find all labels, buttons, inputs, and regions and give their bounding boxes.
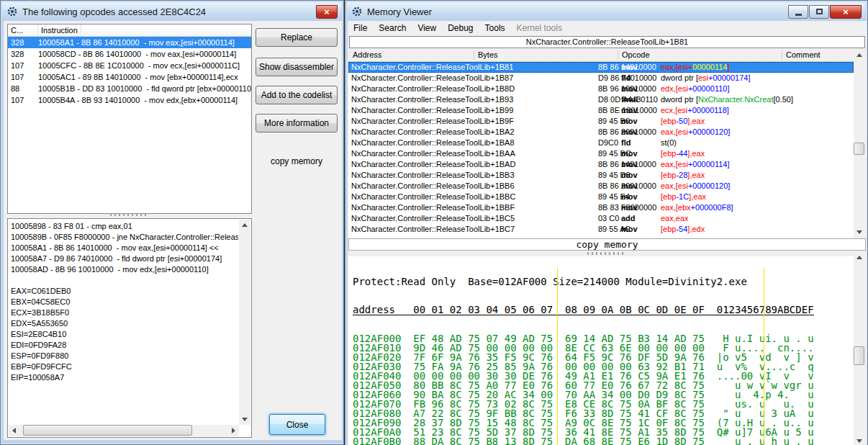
disasm-row[interactable]: NxCharacter.Controller::ReleaseToolLib+1… bbox=[348, 192, 854, 202]
disasm-address: NxCharacter.Controller::ReleaseToolLib+1… bbox=[351, 181, 515, 192]
disasm-mnemonic: fld bbox=[621, 138, 630, 148]
splitter-handle[interactable] bbox=[110, 213, 149, 216]
disasm-row[interactable]: NxCharacter.Controller::ReleaseToolLib+1… bbox=[348, 73, 854, 84]
disasm-operands: dword ptr [NxCharacter.NxCreat[0.50] bbox=[661, 94, 793, 105]
menu-file[interactable]: File bbox=[348, 22, 373, 35]
disasm-mnemonic: mov bbox=[621, 148, 638, 159]
scroll-down-icon[interactable] bbox=[856, 230, 862, 234]
column-header-address[interactable]: Address bbox=[353, 50, 381, 59]
disasm-row[interactable]: NxCharacter.Controller::ReleaseToolLib+1… bbox=[348, 62, 854, 73]
disasm-address: NxCharacter.Controller::ReleaseToolLib+1… bbox=[351, 116, 514, 127]
disasm-address: NxCharacter.Controller::ReleaseToolLib+1… bbox=[351, 105, 513, 116]
disasm-row[interactable]: NxCharacter.Controller::ReleaseToolLib+1… bbox=[348, 170, 854, 181]
disasm-row[interactable]: NxCharacter.Controller::ReleaseToolLib+1… bbox=[348, 127, 854, 138]
disasm-row[interactable]: NxCharacter.Controller::ReleaseToolLib+1… bbox=[348, 105, 854, 116]
disasm-row[interactable]: NxCharacter.Controller::ReleaseToolLib+1… bbox=[348, 94, 854, 105]
disasm-operands: dword ptr [esi+00000174] bbox=[661, 73, 750, 84]
menu-debug[interactable]: Debug bbox=[442, 22, 479, 35]
disasm-row[interactable]: NxCharacter.Controller::ReleaseToolLib+1… bbox=[348, 138, 854, 148]
ascii-group-separator-line bbox=[764, 268, 764, 445]
disasm-address: NxCharacter.Controller::ReleaseToolLib+1… bbox=[351, 73, 513, 84]
menu-kernel-tools[interactable]: Kernel tools bbox=[511, 22, 568, 35]
right-titlebar[interactable]: Memory Viewer × bbox=[347, 2, 866, 21]
column-header-instruction[interactable]: Instruction bbox=[38, 24, 81, 36]
disasm-row[interactable]: NxCharacter.Controller::ReleaseToolLib+1… bbox=[348, 213, 854, 224]
disasm-mnemonic: mov bbox=[621, 224, 638, 235]
disasm-address: NxCharacter.Controller::ReleaseToolLib+1… bbox=[351, 84, 515, 94]
disasm-operands: eax,eax bbox=[661, 213, 689, 224]
opcode-instruction: 100058A1 - 8B 86 14010000 - mov eax,[esi… bbox=[38, 37, 251, 48]
hex-scroll-thumb[interactable] bbox=[854, 346, 864, 365]
opcode-list-row[interactable]: 10710005AC1 - 89 8B 14010000 - mov [ebx+… bbox=[8, 71, 251, 83]
disasm-scroll-thumb[interactable] bbox=[854, 143, 864, 155]
minimize-window-icon[interactable] bbox=[788, 5, 808, 19]
show-disassembler-button[interactable]: Show disassembler bbox=[256, 58, 338, 76]
opcode-list[interactable]: C... Instruction 328100058A1 - 8B 86 140… bbox=[7, 24, 252, 214]
close-button[interactable]: Close bbox=[269, 414, 325, 435]
opcode-list-row[interactable]: 10710005CFC - 8B 8E 1C010000 - mov ecx,[… bbox=[8, 60, 251, 71]
hex-scrollbar[interactable] bbox=[854, 251, 866, 445]
disassembler-view[interactable]: NxCharacter.Controller::ReleaseToolLib+1… bbox=[348, 62, 854, 238]
disasm-row[interactable]: NxCharacter.Controller::ReleaseToolLib+1… bbox=[348, 116, 854, 127]
right-window-title: Memory Viewer bbox=[367, 6, 784, 17]
disasm-mnemonic: mov bbox=[621, 105, 638, 116]
opcode-access-window: The following opcodes accessed 2E8C4C24 … bbox=[0, 0, 344, 445]
scroll-down-icon[interactable] bbox=[856, 439, 862, 443]
opcode-list-row[interactable]: 328100058CD - 8B 86 14010000 - mov eax,[… bbox=[8, 48, 251, 60]
maximize-window-icon[interactable] bbox=[809, 5, 829, 19]
symbol-address-bar[interactable]: NxCharacter.Controller::ReleaseToolLib+1… bbox=[349, 36, 865, 48]
horizontal-scroll-thumb[interactable] bbox=[23, 425, 192, 436]
disasm-address: NxCharacter.Controller::ReleaseToolLib+1… bbox=[351, 138, 515, 148]
opcode-list-row[interactable]: 10710005B4A - 8B 93 14010000 - mov edx,[… bbox=[8, 94, 251, 106]
info-vertical-scrollbar[interactable] bbox=[239, 220, 250, 425]
disasm-row[interactable]: NxCharacter.Controller::ReleaseToolLib+1… bbox=[348, 148, 854, 159]
opcode-info-box[interactable]: 10005898 - 83 F8 01 - cmp eax,01 1000589… bbox=[7, 218, 252, 438]
more-information-button[interactable]: More information bbox=[256, 114, 338, 132]
hex-view[interactable]: Protect:Read Only Base=012AF000 Size=214… bbox=[348, 256, 854, 445]
menu-search[interactable]: Search bbox=[373, 22, 412, 35]
copy-memory-bar[interactable]: copy memory bbox=[348, 238, 866, 251]
disasm-operands: eax,[ebx+000000F8] bbox=[661, 202, 733, 213]
disasm-mnemonic: fld bbox=[621, 73, 630, 84]
replace-button[interactable]: Replace bbox=[256, 28, 338, 47]
hex-rows: 012AF000 EF 48 AD 75 07 49 AD 75 69 14 A… bbox=[353, 334, 854, 445]
info-horizontal-scrollbar[interactable] bbox=[9, 425, 239, 436]
opcode-list-header[interactable]: C... Instruction bbox=[8, 24, 251, 37]
close-window-icon[interactable]: × bbox=[830, 5, 862, 19]
menu-view[interactable]: View bbox=[412, 22, 442, 35]
scroll-up-icon[interactable] bbox=[242, 223, 248, 227]
column-header-bytes[interactable]: Bytes bbox=[478, 50, 498, 59]
opcode-list-row[interactable]: 8810005B1B - DD 83 10010000 - fld qword … bbox=[8, 83, 251, 94]
disasm-row[interactable]: NxCharacter.Controller::ReleaseToolLib+1… bbox=[348, 224, 854, 235]
scroll-left-icon[interactable] bbox=[12, 428, 16, 433]
right-window-client: FileSearchViewDebugToolsKernel tools NxC… bbox=[348, 21, 867, 445]
disasm-row[interactable]: NxCharacter.Controller::ReleaseToolLib+1… bbox=[348, 84, 854, 94]
column-header-comment[interactable]: Comment bbox=[786, 50, 820, 59]
menu-tools[interactable]: Tools bbox=[479, 22, 511, 35]
opcode-list-row[interactable]: 328100058A1 - 8B 86 14010000 - mov eax,[… bbox=[8, 37, 251, 48]
scroll-down-icon[interactable] bbox=[242, 418, 248, 421]
disasm-bytes: 03 C0 bbox=[598, 213, 619, 224]
close-window-icon[interactable]: × bbox=[316, 5, 338, 19]
opcode-count: 328 bbox=[8, 48, 38, 60]
disasm-row[interactable]: NxCharacter.Controller::ReleaseToolLib+1… bbox=[348, 159, 854, 170]
column-header-count[interactable]: C... bbox=[8, 24, 38, 36]
disasm-address: NxCharacter.Controller::ReleaseToolLib+1… bbox=[351, 62, 513, 73]
scroll-up-icon[interactable] bbox=[856, 256, 862, 259]
left-window-client: C... Instruction 328100058A1 - 8B 86 140… bbox=[4, 21, 342, 440]
opcode-count: 107 bbox=[8, 94, 38, 106]
disasm-row[interactable]: NxCharacter.Controller::ReleaseToolLib+1… bbox=[348, 202, 854, 213]
scroll-right-icon[interactable] bbox=[232, 428, 235, 433]
add-to-codelist-button[interactable]: Add to the codelist bbox=[256, 86, 338, 104]
opcode-instruction: 10005AC1 - 89 8B 14010000 - mov [ebx+000… bbox=[38, 71, 251, 83]
left-window-title: The following opcodes accessed 2E8C4C24 bbox=[22, 6, 312, 17]
column-header-opcode[interactable]: Opcode bbox=[622, 50, 650, 59]
scroll-up-icon[interactable] bbox=[856, 53, 862, 57]
hex-row[interactable]: 012AF0B0 88 DA 8C 75 B8 13 8D 75 DA 68 8… bbox=[353, 437, 854, 445]
disasm-column-headers[interactable]: Address Bytes Opcode Comment bbox=[348, 49, 854, 62]
disasm-scrollbar[interactable] bbox=[854, 49, 866, 238]
left-titlebar[interactable]: The following opcodes accessed 2E8C4C24 … bbox=[2, 2, 342, 21]
disasm-row[interactable]: NxCharacter.Controller::ReleaseToolLib+1… bbox=[348, 181, 854, 192]
disasm-operands: st(0) bbox=[661, 138, 677, 148]
splitter-handle[interactable] bbox=[587, 252, 626, 255]
